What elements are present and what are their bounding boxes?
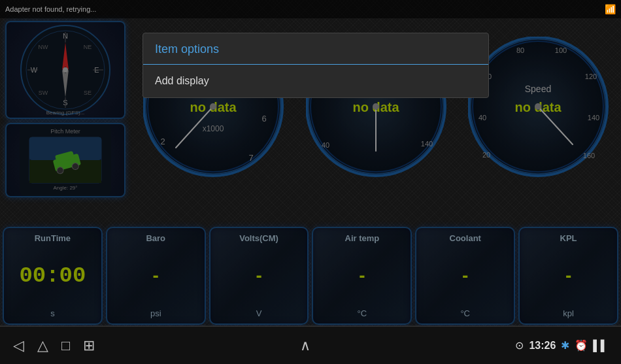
nav-time: 13:26 (529, 340, 556, 352)
alarm-icon: ⏰ (575, 339, 588, 352)
status-icons: 📶 (605, 4, 616, 14)
status-bar: Adapter not found, retrying... 📶 (0, 0, 621, 18)
add-display-option[interactable]: Add display (143, 65, 488, 97)
back-button[interactable]: ◁ (13, 337, 24, 354)
nav-right-area: ⊙ 13:26 ✱ ⏰ ▌▌ (515, 339, 608, 352)
item-options-title: Item options (143, 33, 488, 65)
adapter-status: Adapter not found, retrying... (5, 5, 96, 13)
qr-button[interactable]: ⊞ (83, 337, 95, 354)
recent-button[interactable]: □ (61, 337, 70, 354)
item-options-dialog: Item options Add display (143, 33, 489, 98)
home-button[interactable]: △ (37, 337, 48, 354)
up-button[interactable]: ∧ (300, 337, 310, 354)
nav-bar: ◁ △ □ ⊞ ∧ ⊙ 13:26 ✱ ⏰ ▌▌ (0, 326, 621, 364)
nav-left-buttons: ◁ △ □ ⊞ (13, 337, 95, 354)
signal-icon: ▌▌ (593, 340, 608, 352)
bluetooth-icon: ✱ (561, 339, 569, 352)
wifi-icon: 📶 (605, 4, 616, 14)
clock-icon: ⊙ (515, 339, 524, 352)
nav-center-buttons: ∧ (300, 337, 310, 354)
